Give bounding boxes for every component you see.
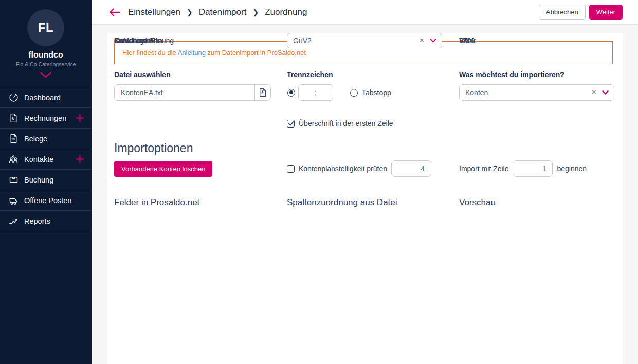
digit-check-option: Kontenplanstelligkeit prüfen [287, 160, 431, 177]
start-row-input[interactable] [513, 160, 553, 177]
back-arrow-icon[interactable] [109, 8, 120, 16]
chevron-down-icon[interactable] [0, 71, 92, 80]
sidebar-item-label: Kontakte [24, 155, 76, 163]
header-row-label: Überschrift in der ersten Zeile [299, 119, 393, 128]
digit-check-checkbox[interactable] [287, 165, 295, 173]
app-root: FL floundco Flo & Co Cateringservice Das… [0, 0, 638, 364]
header-actions: Abbrechen Weiter [539, 5, 623, 20]
sidebar-item-reports[interactable]: Reports [0, 211, 92, 231]
company-profile[interactable]: FL floundco Flo & Co Cateringservice [0, 0, 92, 80]
sidebar-item-label: Rechnungen [24, 114, 76, 122]
sidebar-item-buchung[interactable]: Buchung [0, 170, 92, 190]
open-items-icon [7, 194, 20, 207]
notice-text-after: zum Datenimport in ProSaldo.net [206, 49, 306, 57]
chevron-down-icon[interactable] [430, 39, 436, 43]
dashboard-icon [7, 92, 20, 104]
breadcrumb-zuordnung: Zuordnung [265, 7, 307, 17]
column-header-preview: Vorschau [459, 197, 496, 208]
import-type-select[interactable]: Konten ✕ [459, 84, 614, 101]
start-row-prefix: Import mit Zeile [459, 165, 508, 173]
separator-char-input[interactable] [298, 84, 333, 101]
delete-existing-accounts-button[interactable]: Vorhandene Konten löschen [114, 161, 212, 177]
breadcrumb-einstellungen[interactable]: Einstellungen [128, 7, 180, 17]
help-notice-text: Hier findest du die Anleitung zum Dateni… [122, 49, 306, 57]
breadcrumb: Einstellungen ❯ Datenimport ❯ Zuordnung [128, 7, 307, 17]
svg-text:%: % [11, 137, 15, 141]
sidebar-item-label: Dashboard [24, 94, 92, 102]
chevron-down-icon[interactable] [602, 90, 609, 95]
start-row-suffix: beginnen [557, 165, 587, 173]
separator-char-radio[interactable] [287, 89, 295, 97]
contacts-icon [7, 153, 20, 166]
anleitung-link[interactable]: Anleitung [178, 49, 206, 57]
sidebar-item-rechnungen[interactable]: € Rechnungen [0, 108, 92, 129]
receipt-icon: % [7, 133, 20, 145]
file-browse-button[interactable] [254, 85, 270, 100]
breadcrumb-separator: ❯ [252, 8, 259, 16]
digit-count-input[interactable] [391, 160, 431, 177]
sidebar-item-offene-posten[interactable]: Offene Posten [0, 190, 92, 211]
page-background: Hier findest du die Anleitung zum Dateni… [92, 25, 638, 364]
company-name: floundco [0, 50, 92, 60]
field-label: GuV 2 [114, 37, 135, 45]
import-mapping-card: Hier findest du die Anleitung zum Dateni… [107, 33, 623, 364]
file-select-label: Datei auswählen [114, 70, 171, 79]
header-row-checkbox[interactable] [287, 120, 295, 128]
booking-icon [7, 174, 20, 186]
sidebar-item-label: Reports [24, 217, 92, 225]
separator-options: Tabstopp [287, 84, 391, 101]
file-plus-icon [259, 88, 267, 97]
svg-text:€: € [12, 116, 14, 121]
mapping-row-guv2: GuV 2 GuV2 ✕ [114, 33, 616, 48]
column-select-value: GuV2 [287, 33, 442, 48]
header-row-option: Überschrift in der ersten Zeile [287, 119, 393, 128]
add-invoice-icon[interactable] [76, 114, 84, 122]
import-options-heading: Importoptionen [114, 141, 193, 155]
import-type-value: Konten [460, 85, 614, 100]
avatar-initials: FL [38, 21, 53, 35]
reports-icon [7, 215, 20, 227]
tabstop-label: Tabstopp [362, 88, 391, 97]
invoice-icon: € [7, 112, 20, 124]
breadcrumb-separator: ❯ [187, 8, 193, 16]
sidebar-item-label: Buchung [24, 176, 92, 184]
next-button[interactable]: Weiter [589, 5, 623, 20]
sidebar-item-dashboard[interactable]: Dashboard [0, 87, 92, 108]
sidebar-item-belege[interactable]: % Belege [0, 129, 92, 149]
file-input[interactable]: KontenEA.txt [114, 84, 271, 101]
top-bar: Einstellungen ❯ Datenimport ❯ Zuordnung … [92, 0, 638, 25]
breadcrumb-datenimport[interactable]: Datenimport [199, 7, 247, 17]
company-subtitle: Flo & Co Cateringservice [0, 61, 92, 67]
tabstop-radio[interactable] [350, 89, 358, 97]
separator-label: Trennzeichen [287, 70, 333, 79]
cancel-button[interactable]: Abbrechen [539, 5, 586, 20]
sidebar-item-label: Offene Posten [24, 196, 92, 205]
notice-text-before: Hier findest du die [122, 49, 178, 57]
sidebar: FL floundco Flo & Co Cateringservice Das… [0, 0, 92, 364]
avatar: FL [27, 9, 64, 46]
column-select[interactable]: GuV2 ✕ [287, 33, 442, 48]
column-header-fields: Felder in Prosaldo.net [114, 197, 199, 208]
start-row-option: Import mit Zeile beginnen [459, 160, 587, 177]
import-type-label: Was möchtest du importieren? [459, 70, 564, 79]
column-header-source: Spaltenzuordnung aus Datei [287, 197, 397, 208]
add-contact-icon[interactable] [76, 155, 84, 163]
digit-check-label: Kontenplanstelligkeit prüfen [299, 165, 387, 173]
sidebar-item-label: Belege [24, 135, 92, 143]
file-name-value: KontenEA.txt [115, 85, 254, 100]
clear-icon[interactable]: ✕ [420, 37, 424, 44]
clear-icon[interactable]: ✕ [592, 89, 596, 96]
sidebar-item-kontakte[interactable]: Kontakte [0, 149, 92, 170]
sidebar-nav: Dashboard € Rechnungen [0, 87, 92, 231]
